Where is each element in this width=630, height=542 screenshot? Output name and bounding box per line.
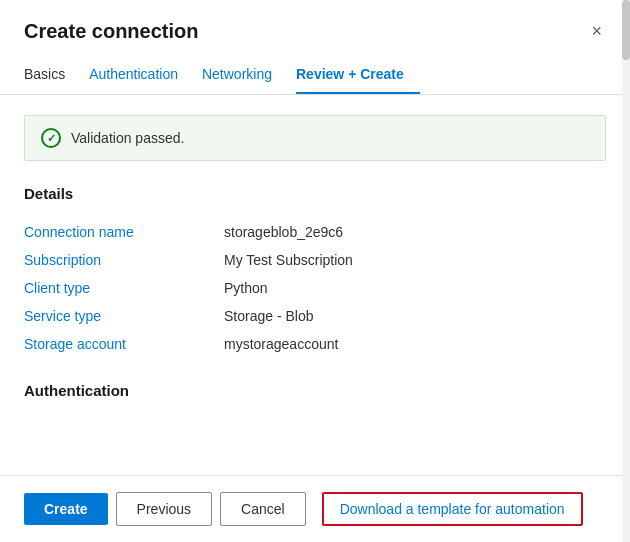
value-storage-account: mystorageaccount bbox=[224, 336, 338, 352]
tab-authentication[interactable]: Authentication bbox=[89, 56, 194, 94]
download-template-button[interactable]: Download a template for automation bbox=[322, 492, 583, 526]
scrollbar-thumb[interactable] bbox=[622, 0, 630, 60]
cancel-button[interactable]: Cancel bbox=[220, 492, 306, 526]
tab-review-create[interactable]: Review + Create bbox=[296, 56, 420, 94]
dialog-content: Validation passed. Details Connection na… bbox=[0, 95, 630, 475]
label-connection-name: Connection name bbox=[24, 224, 224, 240]
details-table: Connection name storageblob_2e9c6 Subscr… bbox=[24, 218, 606, 358]
label-service-type: Service type bbox=[24, 308, 224, 324]
previous-button[interactable]: Previous bbox=[116, 492, 212, 526]
dialog-header: Create connection × bbox=[0, 0, 630, 56]
details-section-title: Details bbox=[24, 185, 606, 202]
value-service-type: Storage - Blob bbox=[224, 308, 314, 324]
validation-text: Validation passed. bbox=[71, 130, 184, 146]
detail-row-storage-account: Storage account mystorageaccount bbox=[24, 330, 606, 358]
tab-basics[interactable]: Basics bbox=[24, 56, 81, 94]
dialog-footer: Create Previous Cancel Download a templa… bbox=[0, 475, 630, 542]
detail-row-connection-name: Connection name storageblob_2e9c6 bbox=[24, 218, 606, 246]
tab-networking[interactable]: Networking bbox=[202, 56, 288, 94]
create-button[interactable]: Create bbox=[24, 493, 108, 525]
label-storage-account: Storage account bbox=[24, 336, 224, 352]
validation-check-icon bbox=[41, 128, 61, 148]
create-connection-dialog: Create connection × Basics Authenticatio… bbox=[0, 0, 630, 542]
value-connection-name: storageblob_2e9c6 bbox=[224, 224, 343, 240]
detail-row-service-type: Service type Storage - Blob bbox=[24, 302, 606, 330]
dialog-title: Create connection bbox=[24, 20, 198, 43]
scrollbar-track bbox=[622, 0, 630, 542]
validation-banner: Validation passed. bbox=[24, 115, 606, 161]
label-subscription: Subscription bbox=[24, 252, 224, 268]
detail-row-client-type: Client type Python bbox=[24, 274, 606, 302]
detail-row-subscription: Subscription My Test Subscription bbox=[24, 246, 606, 274]
tab-bar: Basics Authentication Networking Review … bbox=[0, 56, 630, 95]
label-client-type: Client type bbox=[24, 280, 224, 296]
auth-section-title: Authentication bbox=[24, 382, 606, 399]
value-subscription: My Test Subscription bbox=[224, 252, 353, 268]
value-client-type: Python bbox=[224, 280, 268, 296]
close-button[interactable]: × bbox=[587, 18, 606, 44]
